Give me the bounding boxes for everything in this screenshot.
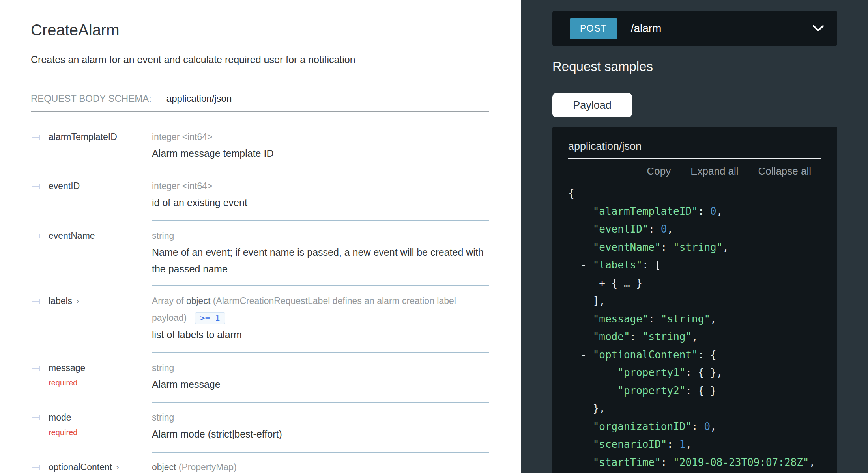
code-token: "2019-08-23T09:07:28Z" — [673, 456, 809, 468]
code-line: ], — [568, 292, 821, 310]
collapse-toggle-icon[interactable]: - — [580, 349, 587, 361]
field-row-eventID: eventID integer <int64> id of an existin… — [31, 171, 489, 221]
code-token — [568, 421, 593, 432]
expand-all-button[interactable]: Expand all — [690, 165, 738, 177]
code-token — [587, 349, 593, 361]
field-description: id of an existing event — [152, 197, 247, 208]
code-token: 1 — [679, 438, 686, 450]
schema-label: REQUEST BODY SCHEMA: — [31, 93, 152, 104]
code-token: 0 — [661, 223, 667, 235]
code-token: , — [716, 205, 723, 217]
code-token: : — [667, 438, 679, 450]
expand-chevron-icon: › — [76, 296, 79, 306]
code-line: "message": "string", — [568, 310, 821, 328]
field-type: string — [152, 412, 174, 423]
http-method-badge: POST — [570, 18, 617, 39]
chevron-down-icon — [813, 25, 824, 32]
tab-payload[interactable]: Payload — [552, 93, 632, 117]
code-token — [568, 223, 593, 235]
code-token: { — [605, 277, 624, 289]
collapse-all-button[interactable]: Collapse all — [758, 165, 811, 177]
field-row-message: message required string Alarm message — [31, 353, 489, 403]
page-title: CreateAlarm — [31, 21, 489, 39]
code-token — [568, 259, 580, 271]
code-line: }, — [568, 400, 821, 418]
field-name: eventName — [49, 231, 95, 241]
field-row-labels: labels› Array of object (AlarmCreationRe… — [31, 286, 489, 353]
sample-content-type: application/json — [568, 140, 821, 159]
code-token: "property1" — [617, 367, 685, 378]
code-token — [568, 313, 593, 325]
code-token: : { } — [685, 385, 716, 397]
field-description: Name of an event; if event name is passe… — [152, 247, 484, 274]
field-row-alarmTemplateID: alarmTemplateID integer <int64> Alarm me… — [31, 122, 489, 171]
code-token: : — [698, 205, 710, 217]
code-token: : — [692, 421, 704, 432]
schema-divider — [31, 111, 489, 112]
code-token: ], — [568, 295, 605, 307]
field-description: list of labels to alarm — [152, 329, 242, 340]
samples-panel: POST /alarm Request samples Payload appl… — [521, 0, 868, 473]
copy-button[interactable]: Copy — [647, 165, 671, 177]
code-token — [568, 438, 593, 450]
operation-description: Creates an alarm for an event and calcul… — [31, 53, 489, 66]
code-token: 0 — [704, 421, 710, 432]
constraint-badge: >= 1 — [195, 312, 225, 324]
code-token: "string" — [673, 241, 722, 253]
code-token: "message" — [593, 313, 649, 325]
code-token — [568, 367, 617, 378]
code-token: "scenarioID" — [593, 438, 667, 450]
schema-content-type: application/json — [166, 93, 232, 104]
sample-controls: Copy Expand all Collapse all — [568, 165, 821, 177]
code-sample-panel: application/json Copy Expand all Collaps… — [552, 127, 837, 473]
code-token — [568, 456, 593, 468]
field-name: mode — [49, 412, 71, 423]
code-token: : — [661, 456, 673, 468]
code-token: "mode" — [593, 331, 630, 343]
code-token: "startTime" — [593, 456, 661, 468]
code-token: : — [630, 331, 642, 343]
field-name: message — [49, 363, 85, 373]
tree-connector-icon — [32, 417, 40, 418]
code-token: { — [568, 187, 574, 199]
field-description: Alarm message template ID — [152, 148, 273, 159]
field-type: string — [152, 363, 174, 373]
code-token: "string" — [642, 331, 692, 343]
endpoint-selector[interactable]: POST /alarm — [552, 11, 837, 46]
code-token: "property2" — [617, 385, 685, 397]
field-toggle-labels[interactable]: labels› — [49, 296, 79, 306]
code-line: - "labels": [ — [568, 256, 821, 274]
code-token: } — [630, 277, 642, 289]
code-token: … — [624, 277, 630, 289]
code-token — [568, 349, 580, 361]
field-name: labels — [49, 296, 72, 306]
collapse-toggle-icon[interactable]: - — [580, 259, 587, 271]
code-token: : { — [698, 349, 716, 361]
code-token — [568, 277, 599, 289]
field-description: Alarm mode (strict|best-effort) — [152, 428, 282, 439]
code-token: , — [809, 456, 816, 468]
code-line: "scenarioID": 1, — [568, 436, 821, 454]
code-line: "property1": { }, — [568, 364, 821, 382]
field-type: string — [152, 231, 174, 241]
code-token: , — [692, 331, 698, 343]
code-token: "eventID" — [593, 223, 649, 235]
code-token: , — [685, 438, 692, 450]
code-line: "organizationID": 0, — [568, 418, 821, 436]
code-line: "mode": "string", — [568, 328, 821, 346]
request-samples-title: Request samples — [552, 59, 653, 74]
endpoint-path: /alarm — [631, 22, 662, 35]
tree-connector-icon — [32, 236, 40, 236]
field-toggle-optionalContent[interactable]: optionalContent› — [49, 462, 119, 472]
expand-toggle-icon[interactable]: + — [599, 277, 605, 289]
code-token: "organizationID" — [593, 421, 692, 432]
tree-connector-icon — [32, 186, 40, 187]
code-line: - "optionalContent": { — [568, 346, 821, 364]
field-name: optionalContent — [49, 462, 112, 472]
field-name: eventID — [49, 181, 80, 191]
tree-connector-icon — [32, 467, 40, 468]
code-token: : { }, — [685, 367, 722, 378]
code-token: : — [649, 313, 661, 325]
code-token — [587, 259, 593, 271]
field-row-mode: mode required string Alarm mode (strict|… — [31, 403, 489, 453]
